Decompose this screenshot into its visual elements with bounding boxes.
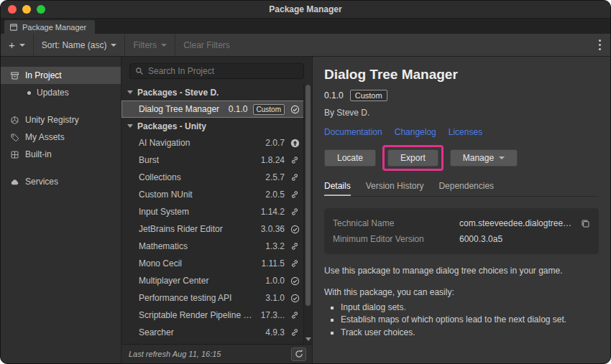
scrollbar-down-arrow[interactable] bbox=[306, 337, 311, 341]
chevron-down-icon bbox=[111, 44, 116, 47]
feature-item: Input dialog sets. bbox=[341, 302, 599, 314]
installed-check-icon bbox=[290, 225, 300, 234]
main-area: In Project Updates Unity Registry My Ass… bbox=[1, 57, 610, 363]
licenses-link[interactable]: Licenses bbox=[449, 127, 482, 137]
tab-version-history[interactable]: Version History bbox=[366, 181, 424, 196]
sort-label: Sort: Name (asc) bbox=[42, 40, 107, 50]
link-icon bbox=[290, 311, 300, 319]
services-cloud-icon bbox=[9, 177, 19, 187]
package-version: 0.1.0 bbox=[324, 90, 344, 101]
link-icon bbox=[290, 173, 300, 182]
feature-item: Establish maps of which options lead to … bbox=[341, 314, 599, 326]
unity-registry-icon bbox=[9, 115, 19, 125]
sidebar-item-my-assets[interactable]: My Assets bbox=[1, 129, 121, 146]
tab-strip: Package Manager bbox=[1, 19, 610, 34]
sidebar-item-unity-registry[interactable]: Unity Registry bbox=[1, 111, 121, 129]
package-row-searcher[interactable]: Searcher 4.9.3 bbox=[121, 324, 312, 341]
package-row-custom-nunit[interactable]: Custom NUnit 2.0.5 bbox=[121, 186, 312, 203]
zoom-window-button[interactable] bbox=[37, 5, 45, 14]
sidebar: In Project Updates Unity Registry My Ass… bbox=[1, 57, 121, 363]
sidebar-section-gap bbox=[1, 163, 121, 173]
sidebar-item-label: Unity Registry bbox=[25, 115, 79, 125]
min-editor-version-label: Minimum Editor Version bbox=[333, 234, 454, 244]
sidebar-item-label: Built-in bbox=[25, 149, 52, 159]
filters-dropdown[interactable]: Filters bbox=[125, 34, 175, 56]
package-row-mathematics[interactable]: Mathematics 1.3.2 bbox=[121, 238, 312, 255]
search-area bbox=[121, 57, 312, 84]
list-footer: Last refresh Aug 11, 16:15 bbox=[121, 344, 312, 363]
close-window-button[interactable] bbox=[8, 5, 17, 14]
manage-dropdown-button[interactable]: Manage bbox=[450, 149, 518, 167]
custom-tag: Custom bbox=[350, 90, 387, 101]
group-header-unity[interactable]: Packages - Unity bbox=[121, 118, 312, 134]
titlebar: Package Manager bbox=[1, 1, 610, 19]
package-row-dialog-tree-manager[interactable]: Dialog Tree Manager 0.1.0 Custom bbox=[121, 101, 312, 118]
annotation-highlight-box: Export bbox=[382, 145, 444, 171]
action-buttons-row: Locate Export Manage bbox=[324, 145, 599, 171]
foldout-expanded-icon bbox=[127, 90, 133, 94]
package-author: By Steve D. bbox=[324, 108, 599, 118]
sidebar-item-updates[interactable]: Updates bbox=[1, 84, 121, 101]
link-icon bbox=[290, 190, 300, 199]
sidebar-item-built-in[interactable]: Built-in bbox=[1, 146, 121, 163]
feature-list: Input dialog sets. Establish maps of whi… bbox=[324, 302, 599, 339]
sidebar-item-label: Updates bbox=[37, 88, 69, 98]
package-row-ai-navigation[interactable]: AI Navigation 2.0.7 bbox=[121, 134, 312, 151]
chevron-down-icon bbox=[161, 44, 167, 47]
installed-check-icon bbox=[290, 294, 300, 303]
toolbar-spacer bbox=[238, 34, 589, 56]
sidebar-item-services[interactable]: Services bbox=[1, 173, 121, 190]
export-button[interactable]: Export bbox=[387, 149, 438, 167]
add-package-button[interactable]: + bbox=[1, 34, 33, 56]
copy-icon[interactable] bbox=[581, 219, 590, 228]
clear-filters-button[interactable]: Clear Filters bbox=[175, 34, 238, 56]
package-info-box: Technical Name com.steeveedee.dialogtree… bbox=[324, 208, 599, 254]
installed-check-icon bbox=[290, 276, 300, 286]
update-available-icon bbox=[290, 139, 300, 148]
package-row-scriptable-render-pipeline-core[interactable]: Scriptable Render Pipeline Core 17.3... bbox=[121, 307, 312, 324]
link-icon bbox=[290, 328, 300, 337]
package-row-performance-testing-api[interactable]: Performance testing API 3.1.0 bbox=[121, 289, 312, 307]
scrollbar-thumb[interactable] bbox=[306, 85, 311, 306]
package-list-pane: Packages - Steve D. Dialog Tree Manager … bbox=[121, 57, 313, 363]
version-row: 0.1.0 Custom bbox=[324, 90, 599, 101]
foldout-expanded-icon bbox=[127, 124, 133, 128]
technical-name-value: com.steeveedee.dialogtreemanager bbox=[459, 218, 575, 228]
link-icon bbox=[290, 259, 300, 268]
tab-package-manager[interactable]: Package Manager bbox=[4, 20, 95, 34]
package-details-pane: Dialog Tree Manager 0.1.0 Custom By Stev… bbox=[313, 57, 610, 363]
changelog-link[interactable]: Changelog bbox=[395, 127, 436, 137]
sidebar-item-label: My Assets bbox=[25, 132, 65, 142]
package-row-multiplayer-center[interactable]: Multiplayer Center 1.0.0 bbox=[121, 272, 312, 289]
package-row-collections[interactable]: Collections 2.5.7 bbox=[121, 169, 312, 186]
refresh-button[interactable] bbox=[291, 347, 306, 361]
group-header-steve-d[interactable]: Packages - Steve D. bbox=[121, 84, 312, 101]
locate-button[interactable]: Locate bbox=[324, 149, 376, 167]
package-manager-window: Package Manager Package Manager + Sort: … bbox=[0, 0, 611, 364]
sidebar-item-label: In Project bbox=[25, 70, 62, 80]
search-icon bbox=[135, 67, 144, 75]
search-input-container bbox=[129, 63, 304, 79]
chevron-down-icon bbox=[499, 157, 505, 159]
tab-details[interactable]: Details bbox=[324, 181, 351, 196]
search-input[interactable] bbox=[148, 66, 298, 76]
package-row-burst[interactable]: Burst 1.8.24 bbox=[121, 151, 312, 169]
sidebar-item-in-project[interactable]: In Project bbox=[1, 67, 121, 84]
tab-dependencies[interactable]: Dependencies bbox=[438, 181, 494, 196]
minimize-window-button[interactable] bbox=[22, 5, 31, 14]
package-description-intro: With this package, you can easily: bbox=[324, 286, 599, 299]
technical-name-label: Technical Name bbox=[333, 218, 454, 228]
feature-item: Track user choices. bbox=[341, 327, 599, 339]
sidebar-item-label: Services bbox=[25, 177, 58, 187]
package-row-mono-cecil[interactable]: Mono Cecil 1.11.5 bbox=[121, 255, 312, 272]
min-editor-version-value: 6000.3.0a5 bbox=[459, 234, 590, 244]
package-row-jetbrains-rider-editor[interactable]: JetBrains Rider Editor 3.0.36 bbox=[121, 220, 312, 238]
min-editor-version-row: Minimum Editor Version 6000.3.0a5 bbox=[333, 231, 590, 247]
window-controls bbox=[1, 5, 45, 14]
scrollbar-track[interactable] bbox=[303, 84, 312, 344]
last-refresh-status: Last refresh Aug 11, 16:15 bbox=[129, 350, 291, 358]
package-row-input-system[interactable]: Input System 1.14.2 bbox=[121, 203, 312, 220]
sort-dropdown[interactable]: Sort: Name (asc) bbox=[34, 34, 125, 56]
documentation-link[interactable]: Documentation bbox=[324, 127, 382, 137]
more-options-button[interactable] bbox=[589, 34, 610, 56]
